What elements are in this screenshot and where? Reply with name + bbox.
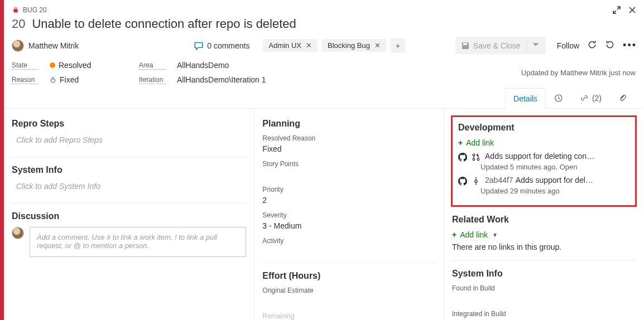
- sysinfo-side-title: System Info: [452, 269, 636, 279]
- resolved-reason-label: Resolved Reason: [262, 134, 436, 142]
- state-label: State: [12, 61, 39, 70]
- resolved-reason-value[interactable]: Fixed: [262, 144, 436, 153]
- comment-input[interactable]: Add a comment. Use # to link a work item…: [30, 227, 246, 257]
- dev-link-pr-meta: Updated 5 minutes ago, Open: [480, 163, 629, 171]
- tab-attachments[interactable]: [610, 88, 636, 108]
- plus-icon: +: [458, 138, 463, 147]
- lock-icon: [50, 76, 56, 83]
- maximize-icon[interactable]: [612, 6, 621, 14]
- dev-link-commit[interactable]: 2ab44f7Adds support for deleting ...: [458, 176, 629, 186]
- assignee-name[interactable]: Matthew Mitrik: [28, 41, 79, 50]
- planning-title: Planning: [262, 119, 436, 129]
- remaining-label: Remaining: [262, 312, 436, 320]
- accent-bar: [0, 0, 4, 320]
- original-estimate-label: Original Estimate: [262, 287, 436, 294]
- severity-label: Severity: [262, 211, 436, 219]
- refresh-button[interactable]: [587, 40, 597, 51]
- tag-blocking-bug[interactable]: Blocking Bug ✕: [322, 39, 386, 52]
- work-item-id: 20: [12, 17, 25, 31]
- priority-value[interactable]: 2: [262, 196, 436, 205]
- plus-icon: +: [452, 230, 456, 239]
- divider: [12, 157, 246, 157]
- follow-button[interactable]: Follow: [554, 41, 579, 50]
- repro-steps-title: Repro Steps: [12, 119, 246, 129]
- history-icon: [554, 94, 563, 103]
- save-close-button: Save & Close: [455, 37, 546, 54]
- original-estimate-value[interactable]: [262, 297, 436, 306]
- github-icon: [458, 153, 467, 162]
- assignee-avatar[interactable]: [12, 40, 24, 52]
- svg-point-5: [473, 154, 475, 156]
- severity-value[interactable]: 3 - Medium: [262, 221, 436, 230]
- dev-link-commit-meta: Updated 29 minutes ago: [480, 187, 629, 195]
- story-points-value[interactable]: [262, 170, 436, 179]
- priority-label: Priority: [262, 186, 436, 193]
- state-dot-icon: [50, 62, 55, 68]
- related-empty-text: There are no links in this group.: [452, 243, 636, 251]
- sysinfo-input[interactable]: Click to add System Info: [12, 181, 246, 200]
- comment-icon: [194, 41, 204, 51]
- svg-point-6: [473, 158, 475, 161]
- reason-label: Reason: [12, 76, 39, 84]
- dev-link-pr[interactable]: Adds support for deleting connecti...: [458, 152, 629, 162]
- link-icon: [580, 94, 589, 103]
- divider: [452, 260, 636, 261]
- comments-count[interactable]: 0 comments: [194, 41, 249, 51]
- reason-value[interactable]: Fixed: [50, 75, 117, 84]
- activity-value[interactable]: [262, 247, 436, 256]
- add-dev-link-button[interactable]: +Add link: [458, 138, 629, 147]
- iteration-label: Iteration: [139, 76, 166, 84]
- activity-label: Activity: [262, 237, 436, 245]
- tab-history[interactable]: [546, 88, 571, 108]
- sysinfo-title: System Info: [12, 165, 246, 175]
- github-icon: [458, 177, 467, 186]
- work-item-type: BUG 20: [12, 6, 47, 14]
- divider: [12, 203, 246, 203]
- chevron-down-icon[interactable]: [526, 40, 540, 51]
- svg-point-0: [14, 8, 18, 12]
- revert-button[interactable]: [605, 40, 615, 51]
- add-related-link-button[interactable]: +Add link▼: [452, 230, 636, 239]
- effort-title: Effort (Hours): [262, 271, 436, 281]
- commit-icon: [472, 177, 480, 186]
- area-label: Area: [139, 61, 166, 70]
- work-item-title[interactable]: Unable to delete connection after repo i…: [32, 17, 296, 31]
- area-value[interactable]: AllHandsDemo: [177, 61, 244, 70]
- svg-point-8: [475, 180, 477, 182]
- updated-by-text: Updated by Matthew Mitrik just now: [521, 66, 643, 77]
- close-icon[interactable]: [628, 6, 637, 14]
- development-section-highlight: Development +Add link Adds support for d…: [451, 115, 637, 207]
- pull-request-icon: [472, 153, 480, 162]
- found-in-build-label: Found in Build: [452, 284, 636, 292]
- tag-remove-icon[interactable]: ✕: [306, 41, 312, 50]
- current-user-avatar: [12, 227, 24, 239]
- related-work-title: Related Work: [452, 215, 636, 225]
- found-in-build-value[interactable]: [452, 294, 636, 303]
- state-value[interactable]: Resolved: [50, 61, 117, 70]
- divider: [262, 263, 436, 263]
- development-title: Development: [458, 123, 629, 133]
- discussion-title: Discussion: [12, 211, 246, 221]
- save-icon: [461, 41, 470, 50]
- add-tag-button[interactable]: +: [391, 38, 405, 53]
- more-actions-button[interactable]: •••: [623, 40, 637, 51]
- svg-point-7: [477, 158, 479, 161]
- bug-icon: [12, 6, 20, 14]
- tag-remove-icon[interactable]: ✕: [374, 41, 381, 50]
- tab-links[interactable]: (2): [571, 88, 610, 108]
- integrated-in-build-label: Integrated in Build: [452, 310, 636, 318]
- svg-rect-3: [51, 79, 55, 83]
- work-item-type-label: BUG 20: [23, 6, 47, 14]
- repro-steps-input[interactable]: Click to add Repro Steps: [12, 134, 246, 153]
- tag-admin-ux[interactable]: Admin UX ✕: [263, 39, 318, 52]
- attachment-icon: [618, 94, 627, 103]
- story-points-label: Story Points: [262, 160, 436, 168]
- chevron-down-icon: ▼: [492, 232, 498, 238]
- tab-details[interactable]: Details: [505, 88, 546, 109]
- iteration-value[interactable]: AllHandsDemo\Iteration 1: [177, 75, 266, 84]
